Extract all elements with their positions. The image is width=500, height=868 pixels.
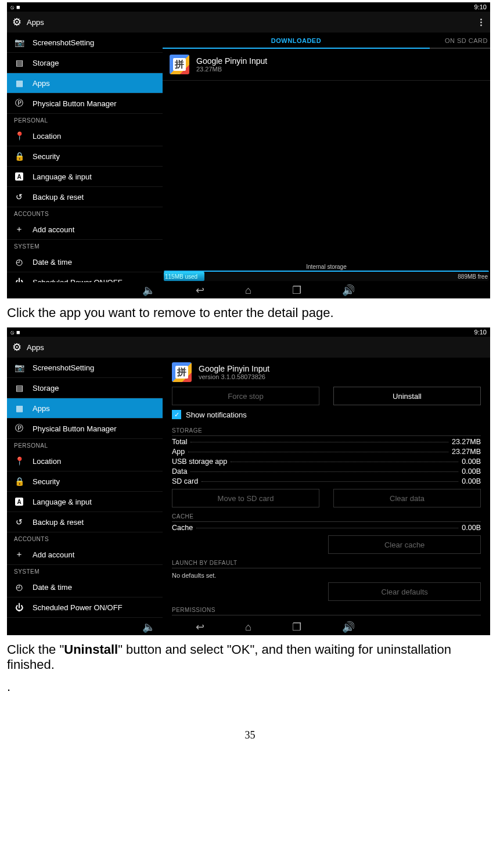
storage-icon: ▤ — [14, 57, 24, 68]
volume-down-icon[interactable]: 🔈 — [142, 284, 155, 297]
sidebar-item-backup-reset[interactable]: ↺Backup & reset — [7, 187, 163, 207]
clear-cache-button[interactable]: Clear cache — [328, 535, 481, 554]
title-bar: ⚙ Apps — [7, 337, 490, 358]
settings-gear-icon: ⚙ — [10, 341, 23, 354]
title-bar: ⚙ Apps — [7, 12, 490, 33]
storage-row-sdcard: SD card0.00B — [172, 477, 481, 485]
power-icon: ⏻ — [14, 602, 24, 613]
sidebar-item-backup-reset[interactable]: ↺Backup & reset — [7, 512, 163, 532]
apps-icon: ▦ — [14, 78, 24, 88]
p-icon: Ⓟ — [14, 98, 24, 109]
backup-icon: ↺ — [14, 192, 24, 202]
force-stop-button[interactable]: Force stop — [172, 387, 319, 405]
status-bar: ⍉ ■ 9:10 — [7, 327, 490, 337]
status-left-icons: ⍉ ■ — [10, 3, 20, 10]
app-name: Google Pinyin Input — [199, 364, 269, 373]
backup-icon: ↺ — [14, 517, 24, 527]
app-version: version 3.1.0.58073826 — [199, 373, 269, 380]
show-notifications-row[interactable]: ✓ Show notifications — [172, 410, 481, 419]
sidebar-heading-personal: PERSONAL — [7, 439, 163, 451]
apps-tabs: DOWNLOADED ON SD CARD — [163, 33, 490, 49]
location-icon: 📍 — [14, 131, 24, 141]
power-icon: ⏻ — [14, 277, 24, 282]
clear-defaults-button[interactable]: Clear defaults — [328, 582, 481, 601]
checkbox-checked-icon: ✓ — [172, 410, 181, 419]
app-detail-header: 拼 Google Pinyin Input version 3.1.0.5807… — [172, 362, 481, 382]
app-list-item[interactable]: 拼 Google Pinyin Input 23.27MB — [163, 49, 490, 81]
storage-used: 115MB used — [165, 273, 197, 280]
sidebar-item-date-time[interactable]: ◴Date & time — [7, 577, 163, 597]
status-time: 9:10 — [474, 3, 487, 10]
main-panel: DOWNLOADED ON SD CARD 拼 Google Pinyin In… — [163, 33, 490, 282]
sidebar-heading-accounts: ACCOUNTS — [7, 207, 163, 219]
sidebar-item-language-input[interactable]: ALanguage & input — [7, 492, 163, 512]
clock-icon: ◴ — [14, 257, 24, 267]
p-icon: Ⓟ — [14, 423, 24, 434]
settings-gear-icon: ⚙ — [10, 16, 23, 28]
home-icon[interactable]: ⌂ — [245, 621, 251, 633]
lock-icon: 🔒 — [14, 151, 24, 161]
volume-up-icon[interactable]: 🔊 — [342, 284, 355, 297]
storage-free: 889MB free — [458, 273, 488, 280]
back-icon[interactable]: ↩ — [196, 284, 204, 297]
clear-data-button[interactable]: Clear data — [333, 489, 481, 507]
sidebar-item-apps[interactable]: ▦Apps — [7, 398, 163, 419]
back-icon[interactable]: ↩ — [196, 621, 204, 633]
sidebar-item-screenshotsetting[interactable]: 📷ScreenshotSetting — [7, 358, 163, 378]
no-defaults-text: No defaults set. — [172, 572, 481, 579]
page-number: 35 — [5, 729, 495, 741]
storage-row-total: Total23.27MB — [172, 438, 481, 446]
sidebar-item-physical-button[interactable]: ⓅPhysical Button Manager — [7, 419, 163, 439]
sidebar-item-date-time[interactable]: ◴Date & time — [7, 252, 163, 272]
settings-sidebar: 📷ScreenshotSetting ▤Storage ▦Apps ⓅPhysi… — [7, 33, 163, 282]
storage-row-app: App23.27MB — [172, 448, 481, 456]
tab-on-sd-card[interactable]: ON SD CARD — [430, 37, 490, 49]
section-permissions: PERMISSIONS — [172, 604, 481, 615]
sidebar-item-add-account[interactable]: ＋Add account — [7, 219, 163, 240]
sidebar-item-screenshotsetting[interactable]: 📷ScreenshotSetting — [7, 33, 163, 53]
sidebar-item-storage[interactable]: ▤Storage — [7, 378, 163, 398]
recent-icon[interactable]: ❐ — [292, 284, 301, 297]
app-size: 23.27MB — [196, 66, 267, 73]
sidebar-item-language-input[interactable]: ALanguage & input — [7, 167, 163, 187]
uninstall-button[interactable]: Uninstall — [333, 387, 481, 405]
section-storage: STORAGE — [172, 425, 481, 436]
location-icon: 📍 — [14, 456, 24, 466]
instruction-dot: . — [7, 679, 493, 694]
sidebar-item-physical-button[interactable]: ⓅPhysical Button Manager — [7, 93, 163, 114]
recent-icon[interactable]: ❐ — [292, 621, 301, 633]
sidebar-item-location[interactable]: 📍Location — [7, 126, 163, 146]
sidebar-item-scheduled-power[interactable]: ⏻Scheduled Power ON/OFF — [7, 272, 163, 282]
instruction-2: Click the "Uninstall" button and select … — [7, 642, 493, 672]
sidebar-item-location[interactable]: 📍Location — [7, 451, 163, 471]
sidebar-item-add-account[interactable]: ＋Add account — [7, 545, 163, 565]
screenshot-app-detail: ⍉ ■ 9:10 ⚙ Apps 📷ScreenshotSetting ▤Stor… — [7, 327, 490, 635]
sidebar-item-scheduled-power[interactable]: ⏻Scheduled Power ON/OFF — [7, 597, 163, 618]
lock-icon: 🔒 — [14, 476, 24, 487]
app-icon: 拼 — [172, 362, 192, 382]
sidebar-item-accessibility[interactable]: ✋Accessibility — [7, 618, 163, 619]
storage-row-data: Data0.00B — [172, 467, 481, 476]
section-launch: LAUNCH BY DEFAULT — [172, 557, 481, 568]
move-sd-button[interactable]: Move to SD card — [172, 489, 319, 507]
status-left-icons: ⍉ ■ — [10, 329, 20, 336]
sidebar-item-security[interactable]: 🔒Security — [7, 471, 163, 492]
overflow-menu-icon[interactable] — [475, 17, 487, 27]
section-cache: CACHE — [172, 511, 481, 522]
app-icon: 拼 — [170, 55, 189, 74]
sidebar-heading-personal: PERSONAL — [7, 114, 163, 126]
language-icon: A — [14, 171, 24, 182]
language-icon: A — [14, 496, 24, 507]
volume-down-icon[interactable]: 🔈 — [142, 621, 155, 633]
storage-bar: Internal storage 115MB used 889MB free — [163, 266, 490, 282]
home-icon[interactable]: ⌂ — [245, 284, 251, 297]
sidebar-item-apps[interactable]: ▦Apps — [7, 73, 163, 93]
sidebar-item-storage[interactable]: ▤Storage — [7, 53, 163, 73]
sidebar-heading-system: SYSTEM — [7, 240, 163, 252]
status-time: 9:10 — [474, 329, 487, 336]
cache-row: Cache0.00B — [172, 524, 481, 532]
show-notifications-label: Show notifications — [186, 410, 247, 419]
tab-downloaded[interactable]: DOWNLOADED — [163, 37, 430, 49]
volume-up-icon[interactable]: 🔊 — [342, 621, 355, 633]
sidebar-item-security[interactable]: 🔒Security — [7, 146, 163, 167]
